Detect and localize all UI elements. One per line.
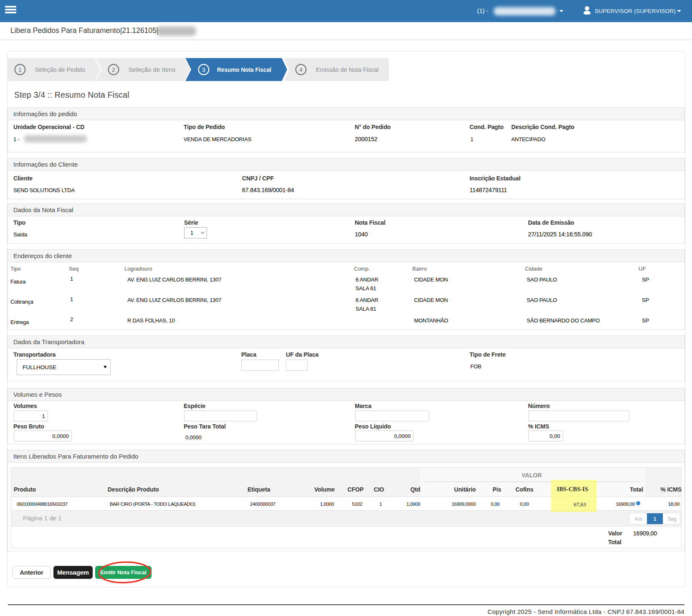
svg-text:4: 4	[299, 66, 303, 73]
svg-text:Seleção de Itens: Seleção de Itens	[129, 66, 176, 73]
svg-text:2: 2	[112, 66, 115, 73]
svg-text:Seleção de Pedido: Seleção de Pedido	[35, 66, 85, 73]
svg-text:Resumo Nota Fiscal: Resumo Nota Fiscal	[217, 66, 271, 73]
svg-text:3: 3	[202, 66, 205, 73]
svg-text:1: 1	[18, 66, 22, 73]
svg-text:Emissão de Nota Fiscal: Emissão de Nota Fiscal	[316, 66, 379, 73]
